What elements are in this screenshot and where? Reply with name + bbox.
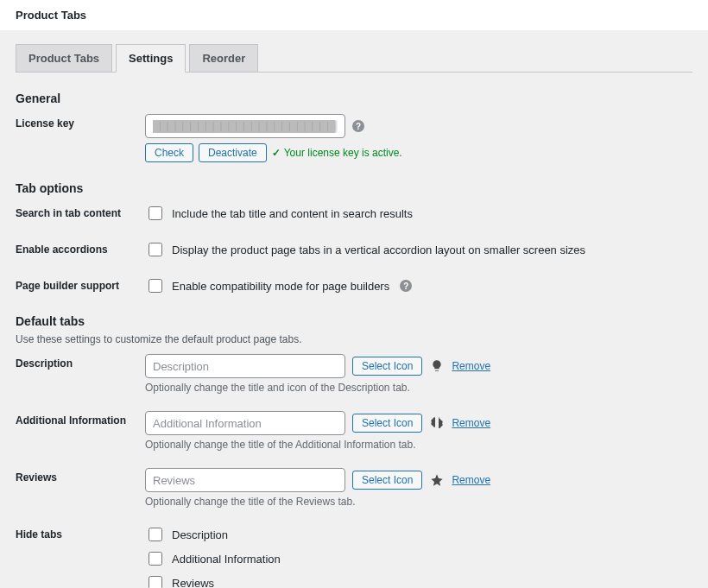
additional-title-input[interactable] xyxy=(145,411,345,435)
star-icon xyxy=(429,472,445,488)
accordions-checkbox[interactable] xyxy=(149,243,162,256)
section-general: General xyxy=(16,92,692,105)
remove-additional-link[interactable]: Remove xyxy=(452,417,490,429)
tab-product-tabs[interactable]: Product Tabs xyxy=(16,44,112,72)
description-title-input[interactable] xyxy=(145,354,345,378)
additional-help: Optionally change the title of the Addit… xyxy=(145,439,692,451)
hide-description-checkbox[interactable] xyxy=(149,528,162,541)
page-header: Product Tabs xyxy=(0,0,708,30)
page-title: Product Tabs xyxy=(16,9,708,22)
description-help: Optionally change the title and icon of … xyxy=(145,382,692,394)
label-description: Description xyxy=(16,354,145,370)
label-reviews: Reviews xyxy=(16,468,145,484)
label-additional-info: Additional Information xyxy=(16,411,145,427)
reviews-title-input[interactable] xyxy=(145,468,345,492)
label-hide-tabs: Hide tabs xyxy=(16,525,145,541)
label-enable-accordions: Enable accordions xyxy=(16,240,145,256)
label-license-key: License key xyxy=(16,114,145,130)
section-default-tabs: Default tabs xyxy=(16,314,692,328)
reviews-help: Optionally change the title of the Revie… xyxy=(145,496,692,508)
select-icon-reviews-button[interactable]: Select Icon xyxy=(352,471,422,490)
select-icon-description-button[interactable]: Select Icon xyxy=(352,357,422,376)
license-key-input[interactable] xyxy=(145,114,345,138)
section-tab-options: Tab options xyxy=(16,181,692,195)
check-icon xyxy=(272,147,281,159)
hide-additional-label[interactable]: Additional Information xyxy=(145,549,281,568)
page-builder-checkbox-label[interactable]: Enable compatibility mode for page build… xyxy=(145,276,412,295)
default-tabs-description: Use these settings to customize the defa… xyxy=(16,333,692,345)
label-search-in-tab: Search in tab content xyxy=(16,204,145,219)
hide-additional-checkbox[interactable] xyxy=(149,552,162,566)
tab-reorder[interactable]: Reorder xyxy=(189,44,258,72)
hide-description-label[interactable]: Description xyxy=(145,525,228,544)
license-status: Your license key is active. xyxy=(272,147,402,159)
label-page-builder: Page builder support xyxy=(16,276,145,292)
brain-icon xyxy=(429,415,445,431)
help-icon[interactable]: ? xyxy=(352,120,364,132)
search-checkbox[interactable] xyxy=(149,206,162,220)
lightbulb-icon xyxy=(429,358,445,374)
remove-reviews-link[interactable]: Remove xyxy=(452,474,490,486)
deactivate-button[interactable]: Deactivate xyxy=(199,143,267,162)
page-builder-checkbox[interactable] xyxy=(149,279,162,293)
check-button[interactable]: Check xyxy=(145,143,193,162)
nav-tabs: Product Tabs Settings Reorder xyxy=(16,44,692,73)
tab-settings[interactable]: Settings xyxy=(116,44,186,73)
hide-reviews-label[interactable]: Reviews xyxy=(145,573,214,588)
help-icon[interactable]: ? xyxy=(400,280,412,292)
select-icon-additional-button[interactable]: Select Icon xyxy=(352,414,422,433)
accordions-checkbox-label[interactable]: Display the product page tabs in a verti… xyxy=(145,240,585,259)
hide-reviews-checkbox[interactable] xyxy=(149,576,162,588)
remove-description-link[interactable]: Remove xyxy=(452,360,490,372)
search-checkbox-label[interactable]: Include the tab title and content in sea… xyxy=(145,204,413,223)
